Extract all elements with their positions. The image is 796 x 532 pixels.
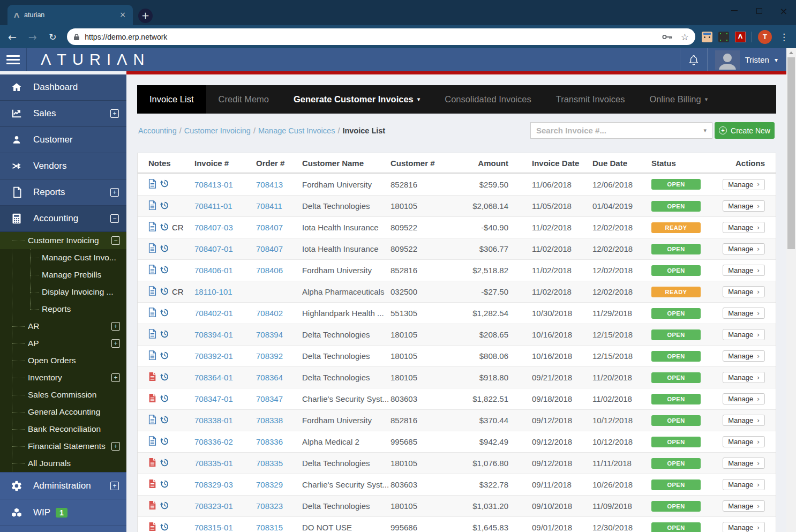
manage-button[interactable]: Manage› [723, 286, 765, 297]
maximize-icon[interactable] [747, 0, 771, 21]
sidebar-subitem-manage-cust-invo[interactable]: Manage Cust Invo... [0, 249, 126, 266]
history-icon[interactable] [160, 308, 169, 319]
history-icon[interactable] [160, 372, 169, 383]
doc-icon-blue[interactable] [148, 179, 156, 190]
status-badge[interactable]: READY [651, 287, 701, 297]
sidebar-subitem-all-journals[interactable]: All Journals [0, 455, 126, 472]
history-icon[interactable] [160, 265, 169, 276]
scrollbar-up-arrow[interactable] [786, 48, 796, 57]
sidebar-item-wip[interactable]: WIP1 [0, 499, 126, 526]
minimize-icon[interactable] [722, 0, 747, 21]
notifications-bell-icon[interactable] [680, 54, 707, 66]
status-badge[interactable]: OPEN [651, 479, 701, 490]
sidebar-subitem-reports[interactable]: Reports [0, 301, 126, 318]
sidebar-subitem-financial-statements[interactable]: Financial Statements+ [0, 438, 126, 455]
history-icon[interactable] [160, 437, 169, 447]
status-badge[interactable]: OPEN [651, 458, 701, 469]
doc-icon-blue[interactable] [148, 436, 156, 447]
doc-icon-red[interactable] [148, 522, 156, 532]
invoice-link[interactable]: 708329-03 [194, 480, 256, 489]
search-invoice-input[interactable]: Search Invoice #... ▾ [530, 122, 712, 139]
order-link[interactable]: 708364 [256, 373, 302, 382]
manage-button[interactable]: Manage› [723, 179, 765, 190]
order-link[interactable]: 708407 [256, 223, 302, 232]
order-link[interactable]: 708329 [256, 480, 302, 489]
expand-plus-icon[interactable]: + [111, 373, 120, 382]
order-link[interactable]: 708394 [256, 330, 302, 339]
doc-icon-red[interactable] [148, 500, 156, 512]
status-badge[interactable]: OPEN [651, 351, 701, 362]
url-bar[interactable]: https://demo.erp.network ☆ [67, 28, 695, 45]
doc-icon-blue[interactable] [148, 222, 156, 233]
expand-plus-icon[interactable]: + [111, 339, 120, 348]
scrollbar-thumb[interactable] [787, 57, 795, 249]
order-link[interactable]: 708411 [256, 201, 302, 211]
invoice-link[interactable]: 708323-01 [194, 501, 256, 511]
doc-icon-blue[interactable] [148, 243, 156, 254]
browser-profile-avatar[interactable]: T [758, 30, 772, 44]
browser-menu-icon[interactable]: ⋮ [779, 32, 789, 42]
doc-icon-red[interactable] [148, 393, 156, 404]
expand-plus-icon[interactable]: + [110, 482, 119, 490]
status-badge[interactable]: OPEN [651, 201, 701, 212]
hamburger-menu-icon[interactable] [0, 48, 27, 71]
history-icon[interactable] [160, 329, 169, 340]
breadcrumb-link[interactable]: Customer Invoicing [184, 126, 251, 135]
invoice-link[interactable]: 708364-01 [194, 373, 256, 382]
tab-credit-memo[interactable]: Credit Memo [206, 85, 281, 114]
breadcrumb-link[interactable]: Accounting [138, 126, 177, 135]
status-badge[interactable]: OPEN [651, 265, 701, 276]
manage-button[interactable]: Manage› [723, 372, 765, 383]
sidebar-item-administration[interactable]: Administration+ [0, 472, 126, 499]
pdf-extension-icon[interactable]: Λ [735, 32, 746, 42]
status-badge[interactable]: OPEN [651, 501, 701, 512]
sidebar-subitem-inventory[interactable]: Inventory+ [0, 369, 126, 386]
tab-generate-customer-invoices[interactable]: Generate Customer Invoices▾ [281, 85, 432, 114]
screenshot-extension-icon[interactable] [718, 32, 729, 42]
history-icon[interactable] [160, 222, 169, 233]
order-link[interactable]: 708315 [256, 523, 302, 532]
order-link[interactable]: 708335 [256, 459, 302, 468]
tab-online-billing[interactable]: Online Billing▾ [637, 85, 720, 114]
sidebar-subitem-manage-prebills[interactable]: Manage Prebills [0, 266, 126, 283]
robot-extension-icon[interactable] [702, 32, 712, 42]
invoice-link[interactable]: 708407-01 [194, 244, 256, 253]
forward-icon[interactable]: → [25, 31, 41, 43]
collapse-minus-icon[interactable]: − [111, 236, 120, 245]
page-scrollbar[interactable] [786, 48, 796, 532]
reload-icon[interactable]: ↻ [45, 32, 61, 42]
manage-button[interactable]: Manage› [723, 479, 765, 490]
manage-button[interactable]: Manage› [723, 415, 765, 426]
manage-button[interactable]: Manage› [723, 200, 765, 212]
new-tab-button[interactable]: + [138, 9, 153, 23]
manage-button[interactable]: Manage› [723, 329, 765, 340]
sidebar-subitem-customer-invoicing[interactable]: Customer Invoicing− [0, 232, 126, 249]
status-badge[interactable]: OPEN [651, 244, 701, 254]
expand-plus-icon[interactable]: + [110, 188, 119, 197]
expand-plus-icon[interactable]: + [111, 322, 120, 331]
sidebar-subitem-display-invoicing[interactable]: Display Invoicing ... [0, 283, 126, 301]
invoice-link[interactable]: 708338-01 [194, 416, 256, 425]
status-badge[interactable]: READY [651, 222, 701, 233]
key-icon[interactable] [662, 33, 673, 41]
expand-plus-icon[interactable]: + [110, 109, 119, 118]
sidebar-item-vendors[interactable]: Vendors [0, 153, 126, 179]
tab-consolidated-invoices[interactable]: Consolidated Invoices [432, 85, 543, 114]
sidebar-subitem-ar[interactable]: AR+ [0, 318, 126, 335]
sidebar-subitem-bank-reconciliation[interactable]: Bank Reconciliation [0, 421, 126, 438]
manage-button[interactable]: Manage› [723, 393, 765, 404]
manage-button[interactable]: Manage› [723, 243, 765, 254]
bookmark-star-icon[interactable]: ☆ [681, 32, 689, 42]
collapse-minus-icon[interactable]: − [110, 214, 119, 223]
doc-icon-blue[interactable] [148, 350, 156, 362]
doc-icon-blue[interactable] [148, 265, 156, 276]
back-icon[interactable]: ← [4, 31, 20, 43]
manage-button[interactable]: Manage› [723, 308, 765, 319]
history-icon[interactable] [160, 501, 169, 512]
history-icon[interactable] [160, 244, 169, 254]
status-badge[interactable]: OPEN [651, 372, 701, 383]
invoice-link[interactable]: 708402-01 [194, 309, 256, 318]
invoice-link[interactable]: 708336-02 [194, 437, 256, 446]
order-link[interactable]: 708338 [256, 416, 302, 425]
browser-tab[interactable]: Λ aturian × [7, 5, 133, 25]
